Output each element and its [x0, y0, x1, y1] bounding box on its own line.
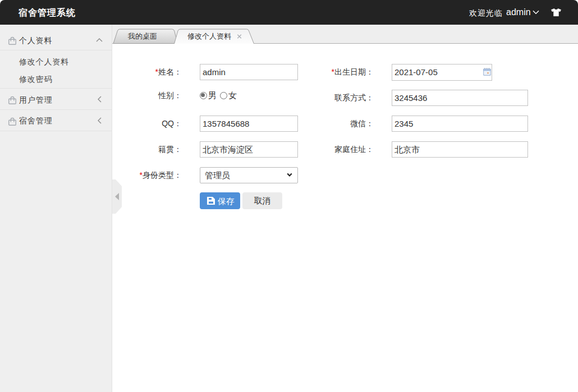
svg-text:我的桌面: 我的桌面	[127, 32, 157, 40]
svg-text:修改个人资料: 修改个人资料	[187, 32, 231, 40]
